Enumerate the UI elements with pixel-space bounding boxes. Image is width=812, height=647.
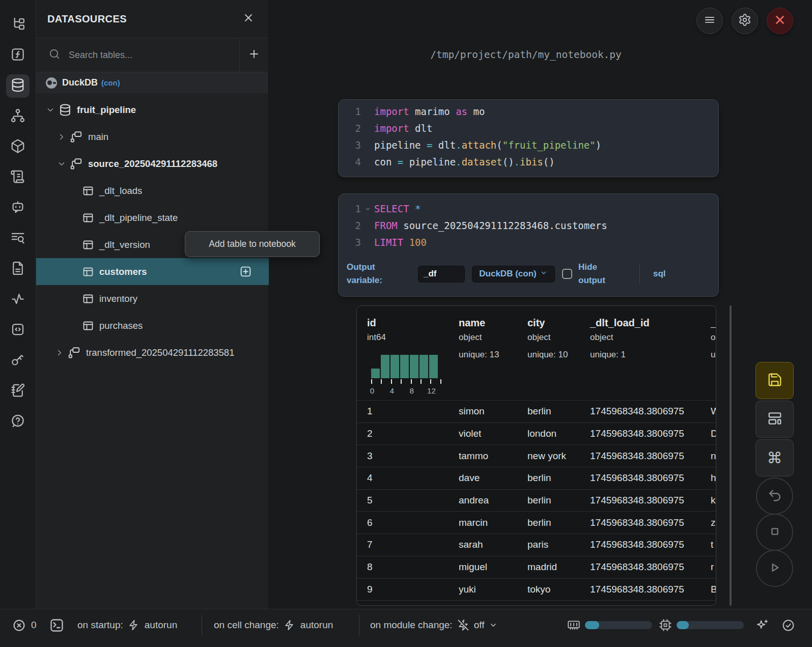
circle-x-icon [12,618,26,632]
code-line-1: 1import marimo as mo [339,103,718,120]
tree-item-purchases[interactable]: purchases [36,312,269,339]
schema-icon [70,157,83,171]
fold-chevron-icon[interactable] [361,201,374,217]
cell: berlin [527,495,551,506]
tree-item-label: main [88,131,108,143]
interrupt-button[interactable] [756,514,793,551]
chevron-down-icon[interactable] [57,159,67,169]
cell: berlin [527,472,551,484]
ai-assistant-button[interactable] [755,609,769,641]
tree-item-_dlt_loads[interactable]: _dlt_loads [36,177,269,204]
cell: 1 [367,406,373,417]
line-number: 1 [339,201,361,217]
run-button[interactable] [756,550,793,587]
error-indicator[interactable]: 0 [12,609,37,641]
settings-button[interactable] [732,8,758,34]
tree-item-source_202504291112283468[interactable]: source_202504291112283468 [36,150,269,177]
scrollbar[interactable] [730,305,732,606]
layout-toggle-button[interactable] [755,401,794,438]
rail-secrets-icon[interactable] [6,349,30,373]
table-icon [82,266,94,278]
rail-file-tree-icon[interactable] [6,13,30,37]
table-row[interactable]: 1simonberlin1745968348.3806975W [357,400,716,423]
close-panel-button[interactable] [242,11,255,26]
line-number: 4 [339,154,361,171]
runtime-config-0[interactable]: on startup:autorun [77,609,177,641]
rail-datasources-icon[interactable] [6,74,30,98]
runtime-config-2[interactable]: on module change:off [370,609,498,641]
code-editor[interactable]: 1import marimo as mo2import dlt3pipeline… [339,100,718,171]
save-button[interactable] [755,362,794,399]
chevron-right-icon[interactable] [54,348,65,358]
output-variable-input[interactable]: _df [418,266,465,283]
shortcuts-button[interactable]: ⌘ [755,439,794,476]
line-number: 1 [339,103,361,120]
help-icon [10,413,25,431]
table-row[interactable]: 7sarahparis1745968348.3806975t [357,533,716,556]
table-header: idint6404812nameobjectunique: 13cityobje… [357,306,716,400]
undo-button[interactable] [756,477,793,515]
chevron-down-icon[interactable] [45,105,55,115]
schema-icon [70,130,83,144]
connection-row[interactable]: DuckDB (con) [36,72,268,93]
tree-item-_dlt_pipeline_state[interactable]: _dlt_pipeline_state [36,204,269,231]
table-row[interactable]: 2violetlondon1745968348.3806975D [357,423,716,445]
table-row[interactable]: 9yukitokyo1745968348.3806975B [357,578,716,601]
engine-select[interactable]: DuckDB (con) [472,266,555,283]
add-datasource-button[interactable] [239,38,268,72]
rail-logs-icon[interactable] [6,227,30,250]
notebook-action-rail: ⌘ [755,362,794,587]
rail-help-icon[interactable] [6,410,30,434]
hide-output-checkbox[interactable] [562,269,572,279]
rail-scripts-icon[interactable] [6,166,30,189]
cell: madrid [527,561,557,573]
rail-function-icon[interactable] [6,44,30,67]
tree-item-customers[interactable]: customers [36,258,269,285]
cell: london [527,428,556,439]
tracing-icon [10,291,25,308]
connection-status[interactable] [781,609,795,641]
shutdown-button[interactable] [767,8,793,34]
table-row[interactable]: 3tammonew york1745968348.3806975n [357,444,716,467]
terminal-button[interactable] [49,609,65,641]
scratchpad-icon [10,383,25,400]
table-icon [82,212,94,224]
table-row[interactable]: 5andreaberlin1745968348.3806975k [357,489,716,512]
rail-dependencies-icon[interactable] [6,105,30,128]
tree-item-fruit_pipeline[interactable]: fruit_pipeline [36,96,269,123]
rail-tracing-icon[interactable] [6,288,30,312]
code-line-3: 3pipeline = dlt.attach("fruit_pipeline") [339,137,718,154]
cell: t [711,539,713,550]
search-placeholder: Search tables... [69,50,132,61]
cell: W [711,406,716,417]
menu-button[interactable] [696,8,723,34]
dataframe-output-table[interactable]: idint6404812nameobjectunique: 13cityobje… [356,305,716,606]
chevron-right-icon[interactable] [57,132,67,142]
code-cell-python[interactable]: 1import marimo as mo2import dlt3pipeline… [338,99,719,177]
file-tree-icon [10,16,25,34]
rail-packages-icon[interactable] [6,135,30,159]
group-label: on cell change: [214,620,279,631]
sql-editor[interactable]: 1SELECT *2FROM source_202504291112283468… [339,194,718,251]
group-state: autorun [300,620,333,631]
undo-icon [767,488,782,505]
rail-scratchpad-icon[interactable] [6,380,30,403]
runtime-config-1[interactable]: on cell change:autorun [214,609,333,641]
table-row[interactable]: 8miguelmadrid1745968348.3806975r [357,556,716,578]
rail-chat-bot-icon[interactable] [6,196,30,220]
search-input[interactable]: Search tables... [36,38,239,72]
cell: tokyo [527,584,550,595]
secrets-icon [10,352,25,370]
tree-item-main[interactable]: main [36,123,269,150]
table-row[interactable]: 6marcinberlin1745968348.3806975z [357,511,716,533]
add-table-icon[interactable] [239,265,252,278]
tree-item-transformed_202504291112283581[interactable]: transformed_202504291112283581 [36,339,269,366]
code-cell-sql[interactable]: 1SELECT *2FROM source_202504291112283468… [338,193,719,297]
tree-item-inventory[interactable]: inventory [36,285,269,312]
rail-snippets-icon[interactable] [6,319,30,342]
zap-icon [284,619,296,631]
table-row[interactable]: 4daveberlin1745968348.3806975h [357,467,716,489]
notebook-filename[interactable]: /tmp/project/path/my_notebook.py [269,49,783,61]
rail-documentation-icon[interactable] [6,258,30,281]
packages-icon [10,138,25,156]
